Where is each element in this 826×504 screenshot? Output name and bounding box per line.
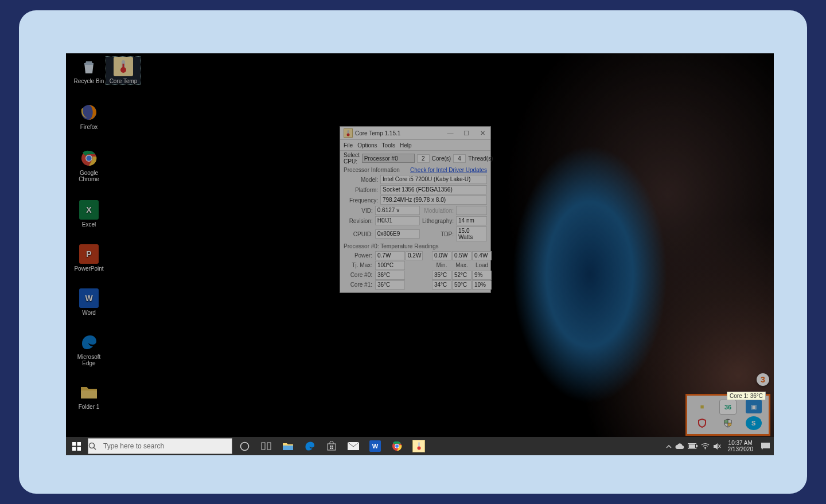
- svg-rect-23: [332, 446, 334, 447]
- tray-mcafee-icon[interactable]: [694, 416, 710, 430]
- driver-updates-link[interactable]: Check for Intel Driver Updates: [410, 167, 487, 173]
- windows-icon: [72, 442, 81, 451]
- core1-label: Core #1:: [344, 281, 375, 289]
- svg-rect-7: [348, 130, 349, 134]
- desktop[interactable]: Recycle Bin Core Temp Firefox Google Chr…: [66, 53, 774, 455]
- power-c1: 0.0W: [432, 251, 451, 260]
- taskbar-mail[interactable]: [342, 437, 364, 455]
- power-label: Power:: [344, 252, 375, 260]
- taskbar-core-temp[interactable]: [408, 437, 430, 455]
- desktop-icon-recycle-bin[interactable]: Recycle Bin: [72, 57, 106, 84]
- maximize-button[interactable]: ☐: [458, 127, 474, 139]
- core1-min: 34°C: [432, 280, 451, 290]
- desktop-icon-powerpoint[interactable]: P PowerPoint: [72, 244, 106, 272]
- vid-value: 0.6127 v: [375, 206, 420, 215]
- taskbar-chrome[interactable]: [386, 437, 408, 455]
- cores-label: Core(s): [432, 155, 451, 162]
- menu-tools[interactable]: Tools: [382, 142, 395, 149]
- tray-battery-icon[interactable]: [688, 443, 698, 449]
- desktop-icon-excel[interactable]: X Excel: [72, 200, 106, 228]
- menu-options[interactable]: Options: [357, 142, 377, 149]
- core0-min: 35°C: [432, 271, 451, 280]
- cores-count: 2: [417, 154, 430, 163]
- power-v1: 0.7W: [375, 251, 405, 260]
- word-icon: W: [79, 288, 99, 308]
- cpuid-value: 0x806E9: [375, 229, 420, 239]
- tray-onedrive-icon[interactable]: [675, 443, 684, 450]
- tdp-value: 15.0 Watts: [456, 226, 487, 241]
- recycle-bin-icon: [79, 57, 99, 76]
- model-label: Model:: [344, 177, 380, 183]
- close-button[interactable]: ✕: [474, 127, 490, 139]
- start-button[interactable]: [66, 437, 87, 455]
- svg-rect-14: [77, 447, 81, 451]
- icon-label: Firefox: [80, 124, 98, 130]
- svg-point-35: [704, 448, 706, 450]
- tray-coretemp-core0-icon[interactable]: ■: [694, 400, 710, 413]
- search-icon: [88, 442, 103, 450]
- search-box[interactable]: Type here to search: [88, 438, 232, 454]
- core-temp-window[interactable]: Core Temp 1.15.1 — ☐ ✕ File Options Tool…: [340, 126, 491, 293]
- svg-rect-33: [696, 445, 698, 447]
- svg-rect-20: [283, 446, 293, 450]
- menu-help[interactable]: Help: [400, 142, 412, 149]
- svg-point-8: [347, 133, 350, 136]
- clock-date: 2/13/2020: [728, 446, 754, 452]
- tray-app-icon[interactable]: ▣: [746, 400, 762, 413]
- tray-chevron-up-icon[interactable]: [666, 444, 672, 448]
- platform-value: Socket 1356 (FCBGA1356): [380, 185, 487, 194]
- core1-cur: 36°C: [375, 280, 405, 290]
- powerpoint-icon: P: [79, 244, 99, 264]
- tray-flyout[interactable]: Core 1: 36°C ■ 36 ▣ S: [685, 394, 770, 436]
- taskbar-file-explorer[interactable]: [277, 437, 299, 455]
- modulation-value: [456, 206, 487, 215]
- tjmax-value: 100°C: [375, 261, 405, 270]
- titlebar[interactable]: Core Temp 1.15.1 — ☐ ✕: [340, 127, 490, 140]
- taskbar-edge[interactable]: [299, 437, 321, 455]
- tray-security-icon[interactable]: [720, 416, 736, 430]
- svg-rect-13: [72, 447, 76, 451]
- desktop-icon-folder1[interactable]: Folder 1: [72, 382, 106, 410]
- icon-label: Core Temp: [110, 78, 138, 84]
- icon-label: Recycle Bin: [74, 78, 104, 84]
- cpu-dropdown[interactable]: Processor #0: [362, 154, 415, 163]
- minimize-button[interactable]: —: [442, 127, 458, 139]
- threads-count: 4: [453, 154, 466, 163]
- desktop-icon-core-temp[interactable]: Core Temp: [106, 57, 141, 84]
- svg-rect-34: [689, 444, 695, 448]
- desktop-icon-edge[interactable]: Microsoft Edge: [72, 333, 106, 366]
- svg-rect-22: [330, 446, 332, 447]
- taskbar-store[interactable]: [321, 437, 342, 455]
- svg-rect-30: [418, 442, 420, 447]
- menu-file[interactable]: File: [344, 142, 353, 149]
- power-c3: 0.4W: [472, 251, 492, 260]
- core-temp-icon: [344, 128, 353, 138]
- core1-max: 50°C: [452, 280, 472, 290]
- tray-coretemp-core1-icon[interactable]: 36: [719, 400, 737, 415]
- taskbar-clock[interactable]: 10:37 AM 2/13/2020: [724, 440, 757, 452]
- core1-load: 10%: [472, 280, 492, 290]
- core0-max: 52°C: [452, 271, 472, 280]
- desktop-icon-word[interactable]: W Word: [72, 288, 106, 316]
- excel-icon: X: [79, 200, 99, 220]
- revision-label: Revision:: [344, 218, 375, 224]
- modulation-label: Modulation:: [420, 208, 456, 214]
- action-center-button[interactable]: [757, 437, 774, 455]
- header-min: Min.: [432, 261, 451, 269]
- model-value: Intel Core i5 7200U (Kaby Lake-U): [380, 175, 487, 184]
- tray-volume-icon[interactable]: [713, 443, 721, 450]
- tray-skype-icon[interactable]: S: [746, 416, 762, 430]
- core0-label: Core #0:: [344, 271, 375, 279]
- taskbar-word[interactable]: W: [364, 437, 386, 455]
- platform-label: Platform:: [344, 187, 380, 193]
- desktop-icon-firefox[interactable]: Firefox: [72, 103, 106, 130]
- desktop-icon-chrome[interactable]: Google Chrome: [72, 149, 106, 182]
- svg-rect-12: [77, 442, 81, 446]
- tray-wifi-icon[interactable]: [701, 443, 710, 450]
- cortana-button[interactable]: [233, 437, 255, 455]
- task-view-button[interactable]: [255, 437, 277, 455]
- svg-point-29: [395, 444, 399, 448]
- svg-rect-24: [330, 448, 332, 450]
- vid-label: VID:: [344, 208, 375, 214]
- step-badge: 3: [757, 373, 769, 386]
